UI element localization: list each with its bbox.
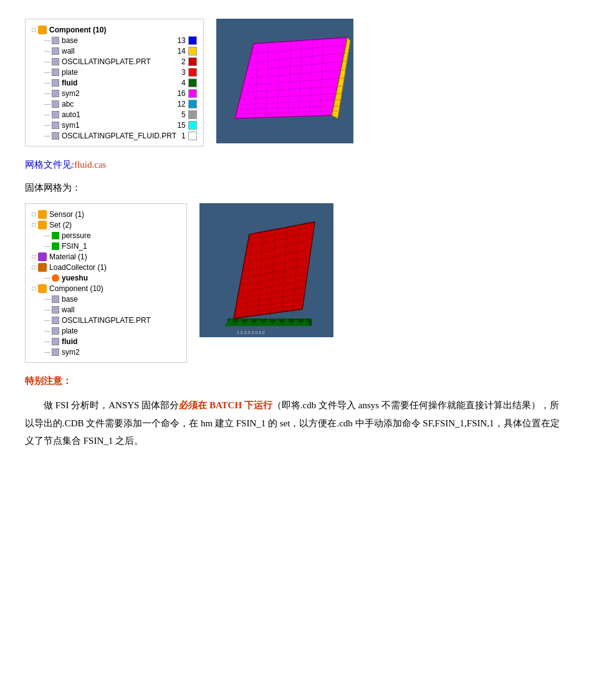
perssure-row: — perssure <box>32 230 180 241</box>
tree-item-label: OSCILLATINGPLATE.PRT <box>62 316 151 325</box>
color-swatch <box>188 79 197 87</box>
color-swatch <box>188 68 197 77</box>
comp-icon <box>38 284 47 293</box>
dash: — <box>44 232 50 239</box>
tree-dash: — <box>44 111 50 118</box>
material-icon <box>38 252 47 261</box>
fluid-tree-item: —OSCILLATINGPLATE_FLUID.PRT1 <box>32 130 197 141</box>
load-label: LoadCollector (1) <box>49 263 107 272</box>
fluid-tree-item: —sym216 <box>32 88 197 98</box>
fluid-tree: □ Component (10) —base13—wall14—OSCILLAT… <box>25 19 204 146</box>
surface-icon <box>52 58 59 65</box>
solid-tree-item: —base <box>32 294 180 304</box>
surface-icon <box>52 100 59 108</box>
dash2: — <box>44 242 50 249</box>
tree-item-label: wall <box>62 47 75 55</box>
material-expand[interactable]: □ <box>32 253 36 260</box>
yueshu-icon <box>52 274 59 282</box>
load-row: □ LoadCollector (1) <box>32 262 180 272</box>
solid-mesh-image: 1.0 2.0 3.0 4.0 <box>199 203 333 337</box>
tree-item-label: auto1 <box>62 110 80 119</box>
material-row: □ Material (1) <box>32 251 180 262</box>
expand-icon[interactable]: □ <box>32 26 36 33</box>
special-note-title: 特别注意： <box>25 375 564 387</box>
surface-icon <box>52 306 59 314</box>
tree-item-num: 2 <box>176 57 186 66</box>
tree-item-label: plate <box>62 327 78 335</box>
tree-item-label: sym1 <box>62 121 80 130</box>
comp-label: Component (10) <box>49 284 103 293</box>
set-expand[interactable]: □ <box>32 221 36 228</box>
color-swatch <box>188 57 197 66</box>
tree-item-num: 5 <box>176 110 186 119</box>
fsin1-row: — FSIN_1 <box>32 241 180 251</box>
note-paragraph: 做 FSI 分析时，ANSYS 固体部分必须在 BATCH 下运行（即将.cdb… <box>25 396 564 450</box>
surface-icon <box>52 111 59 118</box>
tree-item-label: fluid <box>62 337 77 346</box>
surface-icon <box>52 132 59 140</box>
solid-mesh-svg: 1.0 2.0 3.0 4.0 <box>199 203 333 337</box>
fluid-tree-item: —OSCILLATINGPLATE.PRT2 <box>32 56 197 67</box>
surface-icon <box>52 79 59 87</box>
surface-icon <box>52 37 59 44</box>
fluid-tree-item: —auto15 <box>32 109 197 120</box>
color-swatch <box>188 89 197 98</box>
set-icon <box>38 221 47 229</box>
sensor-row: □ Sensor (1) <box>32 209 180 219</box>
surface-icon <box>52 295 59 303</box>
yueshu-label: yueshu <box>62 274 88 282</box>
color-swatch <box>188 100 197 108</box>
yueshu-row: — yueshu <box>32 272 180 283</box>
tree-item-label: abc <box>62 100 74 108</box>
tree-item-num: 15 <box>172 121 185 130</box>
solid-tree: □ Sensor (1) □ Set (2) — perssure <box>25 203 187 363</box>
surface-icon <box>52 47 59 55</box>
solid-tree-item: —wall <box>32 304 180 315</box>
fluid-tree-item: —wall14 <box>32 46 197 56</box>
color-swatch <box>188 110 197 119</box>
dash3: — <box>44 274 50 281</box>
tree-item-label: OSCILLATINGPLATE_FLUID.PRT <box>62 132 176 140</box>
set-label: Set (2) <box>49 221 72 229</box>
perssure-icon <box>52 232 59 239</box>
color-swatch <box>188 132 197 140</box>
load-expand[interactable]: □ <box>32 264 36 271</box>
sensor-icon <box>38 210 47 219</box>
tree-dash: — <box>44 348 50 355</box>
solid-heading: 固体网格为： <box>25 182 564 194</box>
component-icon <box>38 26 47 34</box>
solid-tree-item: —fluid <box>32 336 180 347</box>
para-text-1: 做 FSI 分析时，ANSYS 固体部分 <box>44 400 179 410</box>
sensor-expand[interactable]: □ <box>32 211 36 218</box>
fsin1-icon <box>52 242 59 250</box>
tree-root-label: Component (10) <box>49 26 106 34</box>
tree-item-label: sym2 <box>62 348 80 357</box>
tree-item-num: 1 <box>176 132 186 140</box>
fluid-tree-item: —sym115 <box>32 120 197 130</box>
tree-item-label: sym2 <box>62 89 80 98</box>
surface-icon <box>52 317 59 324</box>
tree-dash: — <box>44 47 50 54</box>
tree-dash: — <box>44 69 50 75</box>
fluid-tree-item: —abc12 <box>32 98 197 109</box>
solid-section: □ Sensor (1) □ Set (2) — perssure <box>25 203 564 363</box>
tree-item-num: 3 <box>176 68 186 77</box>
solid-tree-item: —sym2 <box>32 347 180 357</box>
load-icon <box>38 263 47 272</box>
fluid-cas-link[interactable]: fluid.cas <box>74 160 106 170</box>
fluid-tree-item: —fluid4 <box>32 77 197 88</box>
material-label: Material (1) <box>49 252 87 261</box>
comp-expand[interactable]: □ <box>32 285 36 292</box>
tree-item-label: plate <box>62 68 78 77</box>
mesh-file-link: 网格文件见:fluid.cas <box>25 159 564 171</box>
solid-tree-item: —OSCILLATINGPLATE.PRT <box>32 315 180 325</box>
surface-icon <box>52 69 59 76</box>
tree-dash: — <box>44 132 50 139</box>
tree-item-num: 4 <box>176 79 186 87</box>
tree-item-label: wall <box>62 305 75 314</box>
set-row: □ Set (2) <box>32 219 180 230</box>
tree-item-label: OSCILLATINGPLATE.PRT <box>62 57 151 66</box>
tree-item-num: 13 <box>172 36 185 45</box>
fluid-tree-items: —base13—wall14—OSCILLATINGPLATE.PRT2—pla… <box>32 35 197 141</box>
color-swatch <box>188 121 197 130</box>
